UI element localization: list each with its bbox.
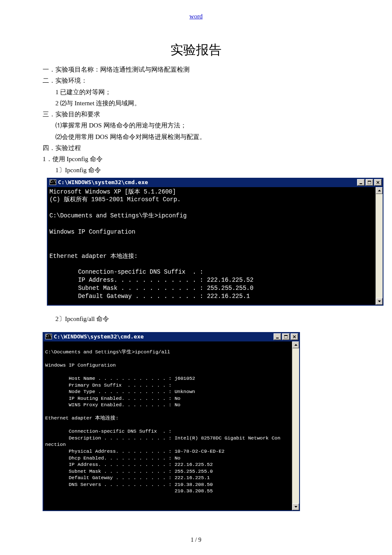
page-number: 1 / 9 [43, 537, 349, 543]
section-3-1: ⑴掌握常用 DOS 网络命令的用途与使用方法； [43, 120, 349, 131]
svg-marker-13 [294, 506, 297, 508]
page-title: 实验报告 [43, 41, 349, 59]
section-3-2: ⑵会使用常用 DOS 网络命令对网络进展检测与配置。 [43, 131, 349, 142]
scroll-up-button[interactable] [292, 341, 299, 348]
chevron-up-icon [378, 190, 381, 191]
section-4-1-2: 2〕Ipconfig/all 命令 [43, 313, 349, 324]
minimize-button[interactable] [274, 333, 281, 340]
section-4-1-1: 1〕Ipconfig 命令 [43, 165, 349, 176]
cmd-window-1: C:\ C:\WINDOWS\system32\cmd.exe Microsof… [47, 178, 383, 306]
svg-marker-12 [294, 344, 297, 346]
chevron-up-icon [294, 344, 297, 346]
window-title: C:\WINDOWS\system32\cmd.exe [58, 179, 148, 185]
scroll-up-button[interactable] [376, 187, 383, 194]
section-4-1: 1．使用 Ipconfig 命令 [43, 153, 349, 165]
chevron-down-icon [378, 301, 381, 302]
section-4: 四．实验过程 [43, 142, 349, 153]
svg-marker-5 [378, 190, 381, 191]
cmd-output: Microsoft Windows XP [版本 5.1.2600] (C) 版… [48, 187, 375, 305]
svg-rect-9 [284, 335, 288, 336]
scroll-down-button[interactable] [292, 503, 299, 510]
cmd-output: C:\Documents and Settings\学生>ipconfig/al… [43, 341, 292, 510]
maximize-icon [368, 181, 371, 184]
section-2-1: 1 已建立的对等网； [43, 87, 349, 98]
minimize-button[interactable] [357, 179, 365, 186]
scroll-down-button[interactable] [376, 298, 383, 305]
close-icon [376, 181, 380, 184]
maximize-button[interactable] [282, 333, 290, 340]
svg-rect-0 [360, 183, 362, 184]
chevron-down-icon [294, 506, 297, 508]
maximize-button[interactable] [366, 179, 373, 186]
maximize-icon [284, 335, 288, 338]
cmd-window-2: C:\ C:\WINDOWS\system32\cmd.exe C:\Docum… [43, 332, 300, 511]
titlebar[interactable]: C:\ C:\WINDOWS\system32\cmd.exe [43, 332, 299, 341]
section-3: 三．实验目的和要求 [43, 109, 349, 120]
section-2-2: 2 ⑵与 Internet 连接的局域网。 [43, 98, 349, 109]
close-button[interactable] [374, 179, 382, 186]
scrollbar[interactable] [375, 187, 383, 305]
header-link[interactable]: word [43, 13, 349, 20]
titlebar[interactable]: C:\ C:\WINDOWS\system32\cmd.exe [48, 178, 383, 187]
cmd-icon: C:\ [45, 334, 52, 339]
close-icon [293, 335, 296, 338]
cmd-icon: C:\ [49, 179, 56, 185]
section-2: 二．实验环境： [43, 75, 349, 86]
minimize-icon [276, 335, 279, 338]
minimize-icon [359, 181, 363, 184]
scrollbar[interactable] [292, 341, 299, 510]
svg-marker-6 [378, 301, 381, 302]
close-button[interactable] [291, 333, 298, 340]
section-1: 一．实验项目名称：网络连通性测试与网络配置检测 [43, 64, 349, 75]
window-title: C:\WINDOWS\system32\cmd.exe [54, 333, 144, 340]
svg-rect-2 [368, 181, 371, 182]
svg-rect-7 [276, 338, 279, 338]
